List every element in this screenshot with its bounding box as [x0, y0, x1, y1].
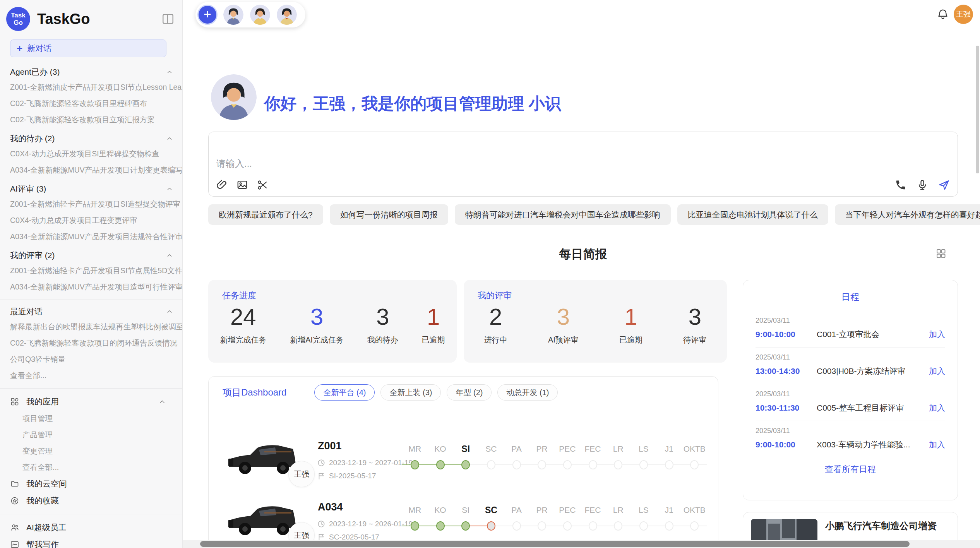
add-conversation-button[interactable]: +	[197, 5, 218, 25]
flag-icon	[317, 472, 326, 480]
sidebar-item[interactable]: C02-飞腾新能源轻客改款项目里程碑画布	[0, 95, 182, 111]
milestone-track	[656, 517, 682, 535]
sidebar-group-header[interactable]: AI评审 (3)	[0, 182, 182, 196]
sidebar-item[interactable]: Z001-全新燃油皮卡产品开发项目SI节点Lesson Learn报告	[0, 79, 182, 95]
project-flag-label: SI-2025-05-17	[329, 472, 376, 480]
app-title: TaskGo	[37, 11, 161, 27]
sidebar-link-write[interactable]: 帮我写作	[0, 536, 182, 548]
view-all-schedule-link[interactable]: 查看所有日程	[756, 464, 945, 475]
milestone-track	[478, 456, 504, 474]
image-icon[interactable]	[236, 179, 248, 191]
dashboard-tab[interactable]: 全新上装 (3)	[380, 384, 441, 401]
join-button[interactable]: 加入	[929, 402, 945, 413]
milestone: FEC	[580, 442, 606, 474]
stat: 24新增完成任务	[220, 304, 266, 345]
schedule-event: 2025/03/1113:00-14:30C003|H0B-方案冻结评审加入	[756, 348, 945, 384]
recent-item[interactable]: 公司Q3轻卡销量	[0, 351, 182, 367]
join-button[interactable]: 加入	[929, 366, 945, 377]
event-title: C005-整车工程目标评审	[817, 402, 926, 413]
mic-icon[interactable]	[917, 179, 928, 191]
sidebar-group-header[interactable]: Agent已办 (3)	[0, 65, 182, 79]
view-all-recent[interactable]: 查看全部...	[0, 367, 182, 384]
join-button[interactable]: 加入	[929, 329, 945, 340]
sidebar-item[interactable]: Z001-全新燃油轻卡产品开发项目SI节点属性5D文件评审	[0, 262, 182, 279]
app-item[interactable]: 项目管理	[0, 410, 182, 426]
scissors-icon[interactable]	[257, 179, 268, 191]
sidebar-item[interactable]: C02-飞腾新能源轻客改款项目立项汇报方案	[0, 111, 182, 128]
schedule-card: 日程 2025/03/119:00-10:00C001-立项审批会加入2025/…	[743, 280, 958, 500]
sidebar-item[interactable]: A034-全新新能源MUV产品开发项目造型可行性评审	[0, 279, 182, 295]
schedule-event: 2025/03/119:00-10:00C001-立项审批会加入	[756, 311, 945, 348]
plus-icon: +	[17, 43, 22, 55]
milestone-dot	[512, 521, 521, 531]
suggestion-chip[interactable]: 当下年轻人对汽车外观有怎样的喜好趋势	[835, 204, 980, 225]
folder-icon	[10, 479, 19, 488]
sidebar-item[interactable]: Z001-全新燃油轻卡产品开发项目SI造型提交物评审	[0, 196, 182, 212]
paperclip-icon[interactable]	[216, 179, 228, 191]
dashboard-header: 项目Dashboard 全新平台 (4)全新上装 (3)年型 (2)动总开发 (…	[209, 377, 718, 401]
composer[interactable]: 请输入...	[208, 132, 958, 197]
milestone-track	[428, 456, 453, 474]
vertical-scrollbar[interactable]	[976, 46, 979, 173]
dashboard-tab[interactable]: 年型 (2)	[447, 384, 492, 401]
sidebar-groups: Agent已办 (3)Z001-全新燃油皮卡产品开发项目SI节点Lesson L…	[0, 65, 182, 295]
card-title: 任务进度	[208, 280, 457, 301]
stat-value: 24	[220, 304, 266, 330]
milestone-track	[656, 456, 682, 474]
milestone-track	[605, 456, 631, 474]
logo-line2: Go	[14, 19, 23, 26]
dashboard-tab[interactable]: 全新平台 (4)	[314, 384, 375, 401]
app-item[interactable]: 产品管理	[0, 426, 182, 443]
new-chat-button[interactable]: + 新对话	[10, 39, 166, 57]
greeting: 你好，王强，我是你的项目管理助理 小识	[264, 93, 561, 115]
recent-item[interactable]: C02-飞腾新能源轻客改款项目的闭环通告反馈情况	[0, 335, 182, 351]
layout-grid-icon[interactable]	[935, 248, 946, 259]
sidebar-item[interactable]: A034-全新新能源MUV产品开发项目法规符合性评审	[0, 228, 182, 245]
join-button[interactable]: 加入	[929, 439, 945, 450]
recent-item[interactable]: 解释最新出台的欧盟报废车法规再生塑料比例被调至15%...	[0, 319, 182, 335]
milestone-label: PA	[504, 503, 529, 517]
my-apps-header[interactable]: 我的应用	[0, 393, 182, 410]
suggestion-chip[interactable]: 比亚迪全固态电池计划具体说了什么	[677, 204, 828, 225]
sidebar-link-people[interactable]: AI超级员工	[0, 519, 182, 536]
briefing-title: 每日简报	[208, 246, 958, 262]
event-date: 2025/03/11	[756, 390, 945, 398]
collapse-sidebar-icon[interactable]	[161, 12, 175, 26]
avatar-1[interactable]	[223, 4, 244, 26]
send-icon[interactable]	[938, 179, 950, 191]
recent-header[interactable]: 最近对话	[0, 305, 182, 319]
sidebar-item[interactable]: C0X4-动力总成开发项目SI里程碑提交物检查	[0, 146, 182, 162]
milestone-dot	[690, 460, 699, 469]
sidebar-group-header[interactable]: 我的评审 (2)	[0, 248, 182, 262]
suggestion-chip[interactable]: 特朗普可能对进口汽车增税会对中国车企造成哪些影响	[455, 204, 671, 225]
stat-value: 2	[484, 304, 507, 330]
avatar-3[interactable]	[276, 4, 298, 26]
sidebar-item[interactable]: C0X4-动力总成开发项目工程变更评审	[0, 212, 182, 228]
suggestion-chip[interactable]: 欧洲新规最近颁布了什么?	[208, 204, 323, 225]
user-avatar[interactable]: 王强	[954, 5, 973, 24]
milestone-dot	[690, 521, 699, 531]
milestone-label: SC	[478, 503, 504, 517]
suggestion-chip[interactable]: 如何写一份清晰的项目周报	[330, 204, 448, 225]
app-item[interactable]: 变更管理	[0, 443, 182, 459]
event-title: X003-车辆动力学性能验...	[817, 439, 926, 450]
sidebar-link-badge[interactable]: 我的收藏	[0, 492, 182, 509]
sidebar-group-header[interactable]: 我的待办 (2)	[0, 132, 182, 146]
milestone-dot	[614, 521, 622, 531]
view-all-apps[interactable]: 查看全部...	[0, 459, 182, 475]
stat: 1已逾期	[422, 304, 445, 345]
project-flag: SI-2025-05-17	[317, 472, 376, 480]
horizontal-scrollbar[interactable]	[200, 541, 910, 547]
my-apps-section: 我的应用项目管理产品管理变更管理查看全部...	[0, 393, 182, 475]
bell-icon[interactable]	[936, 8, 949, 21]
milestone-label: KO	[428, 503, 453, 517]
sidebar-item[interactable]: A034-全新新能源MUV产品开发项目计划变更表编写	[0, 162, 182, 178]
avatar-2[interactable]	[249, 4, 271, 26]
stat-value: 1	[619, 304, 642, 330]
milestone-label: LS	[631, 442, 656, 456]
sidebar-link-folder[interactable]: 我的云空间	[0, 475, 182, 492]
milestone: J1	[656, 503, 682, 535]
phone-icon[interactable]	[895, 179, 906, 191]
dashboard-tab[interactable]: 动总开发 (1)	[497, 384, 558, 401]
schedule-event: 2025/03/119:00-10:00X003-车辆动力学性能验...加入	[756, 421, 945, 457]
